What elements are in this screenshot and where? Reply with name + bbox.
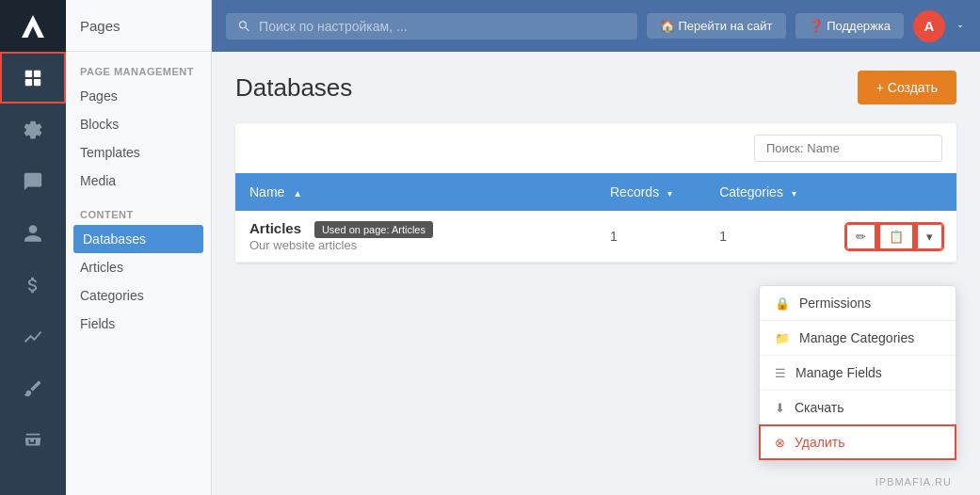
row-actions-cell: ✏ 📋 ▾ (832, 211, 956, 263)
logo-icon (18, 11, 48, 41)
sort-records-icon: ▾ (667, 188, 672, 199)
copy-button[interactable]: 📋 (879, 224, 913, 249)
settings-icon (23, 120, 43, 140)
nav-item-templates[interactable]: Templates (66, 138, 211, 167)
avatar[interactable]: A (913, 10, 945, 42)
page-content: Databases + Создать Name ▲ Records ▾ (212, 52, 980, 495)
delete-icon: ⊗ (775, 436, 785, 450)
watermark: IPBMAFIA.RU (876, 476, 952, 487)
sidebar-item-pages[interactable] (0, 52, 66, 104)
support-button[interactable]: ❓ Поддержка (795, 13, 904, 39)
analytics-icon (23, 327, 43, 347)
svg-marker-0 (22, 15, 44, 38)
svg-rect-1 (25, 70, 32, 76)
nav-item-media[interactable]: Media (66, 167, 211, 195)
dropdown-label-manage-fields: Manage Fields (795, 365, 882, 380)
svg-rect-3 (25, 78, 32, 85)
dropdown-label-permissions: Permissions (799, 295, 871, 311)
row-categories: 1 (705, 211, 832, 263)
row-name-cell: Articles Used on page: Articles Our webs… (235, 211, 596, 263)
table-header-row: Name ▲ Records ▾ Categories ▾ (235, 173, 956, 211)
nav-item-databases[interactable]: Databases (73, 225, 203, 253)
dropdown-item-download[interactable]: ⬇ Скачать (760, 391, 956, 425)
nav-header-title: Pages (80, 18, 120, 34)
download-icon: ⬇ (775, 401, 785, 415)
more-button[interactable]: ▾ (917, 224, 942, 249)
sidebar-item-users[interactable] (0, 207, 66, 259)
dropdown-item-manage-fields[interactable]: ☰ Manage Fields (760, 356, 956, 391)
dropdown-label-manage-categories: Manage Categories (799, 330, 914, 345)
col-categories: Categories ▾ (705, 173, 832, 211)
databases-table: Name ▲ Records ▾ Categories ▾ (235, 173, 956, 263)
dropdown-item-delete[interactable]: ⊗ Удалить (760, 425, 956, 459)
sidebar (0, 0, 66, 495)
pages-icon (23, 68, 43, 88)
nav-item-blocks[interactable]: Blocks (66, 110, 211, 138)
page-title: Databases (235, 73, 352, 103)
sort-categories-icon: ▾ (792, 188, 796, 199)
sidebar-item-design[interactable] (0, 362, 66, 414)
fields-icon: ☰ (775, 366, 786, 380)
sidebar-item-settings[interactable] (0, 104, 66, 155)
nav-section-content: CONTENT (66, 195, 211, 225)
dropdown-menu: 🔒 Permissions 📁 Manage Categories ☰ Mana… (759, 285, 956, 460)
dropdown-label-download: Скачать (795, 400, 844, 415)
svg-rect-2 (34, 70, 40, 76)
row-main-name: Articles Used on page: Articles (249, 220, 582, 236)
page-header: Databases + Создать (235, 71, 956, 104)
chevron-down-icon (955, 21, 966, 32)
sidebar-item-messages[interactable] (0, 155, 66, 207)
svg-rect-4 (34, 78, 40, 85)
users-icon (23, 223, 43, 244)
sidebar-item-store[interactable] (0, 414, 66, 466)
row-records: 1 (596, 211, 705, 263)
nav-item-articles[interactable]: Articles (66, 253, 211, 281)
nav-section-page-management: PAGE MANAGEMENT (66, 52, 211, 82)
folder-icon: 📁 (775, 331, 790, 345)
topbar: 🏠 Перейти на сайт ❓ Поддержка A (212, 0, 980, 52)
chat-icon (23, 171, 43, 192)
search-box[interactable] (226, 13, 637, 40)
table-row: Articles Used on page: Articles Our webs… (235, 211, 956, 263)
row-sub-name: Our website articles (249, 238, 582, 252)
store-icon (23, 430, 43, 451)
dropdown-item-manage-categories[interactable]: 📁 Manage Categories (760, 321, 956, 356)
nav-item-fields[interactable]: Fields (66, 310, 211, 338)
sort-name-icon: ▲ (293, 188, 302, 199)
nav-panel: Pages PAGE MANAGEMENT Pages Blocks Templ… (66, 0, 212, 495)
sidebar-logo (0, 0, 66, 52)
dropdown-item-permissions[interactable]: 🔒 Permissions (760, 286, 956, 321)
billing-icon (23, 275, 43, 295)
col-actions-header (832, 173, 956, 211)
brush-icon (23, 378, 43, 399)
col-records: Records ▾ (596, 173, 705, 211)
create-button[interactable]: + Создать (858, 71, 956, 104)
table-search-input[interactable] (754, 135, 942, 162)
visit-site-button[interactable]: 🏠 Перейти на сайт (647, 13, 786, 39)
lock-icon: 🔒 (775, 296, 790, 311)
col-name: Name ▲ (235, 173, 596, 211)
main-area: 🏠 Перейти на сайт ❓ Поддержка A Database… (212, 0, 980, 495)
sidebar-item-analytics[interactable] (0, 311, 66, 362)
search-input[interactable] (259, 19, 626, 34)
nav-item-categories[interactable]: Categories (66, 281, 211, 310)
search-icon (237, 19, 251, 34)
nav-header: Pages (66, 0, 211, 52)
used-on-page-badge: Used on page: Articles (314, 221, 433, 238)
topbar-actions: 🏠 Перейти на сайт ❓ Поддержка A (647, 10, 966, 42)
table-search-area (235, 123, 956, 173)
nav-item-pages[interactable]: Pages (66, 82, 211, 110)
databases-table-container: Name ▲ Records ▾ Categories ▾ (235, 123, 956, 263)
edit-button[interactable]: ✏ (846, 224, 876, 249)
dropdown-label-delete: Удалить (795, 435, 844, 450)
sidebar-item-billing[interactable] (0, 259, 66, 311)
